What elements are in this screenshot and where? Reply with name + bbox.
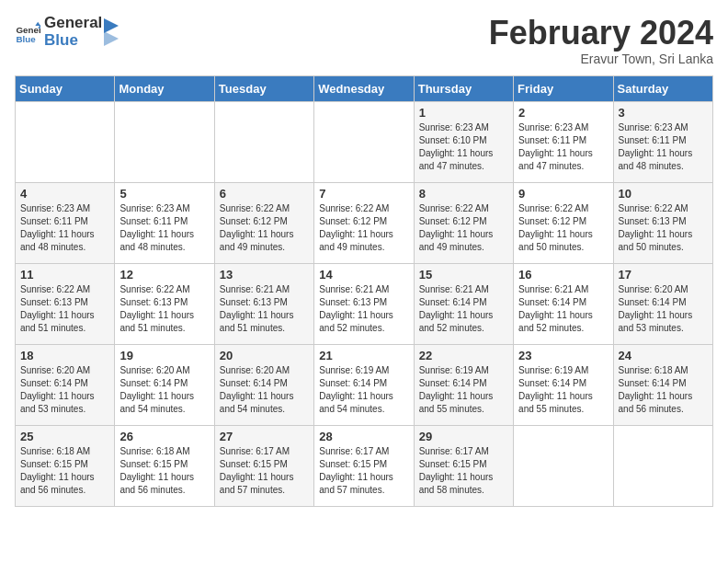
calendar-cell: 17Sunrise: 6:20 AM Sunset: 6:14 PM Dayli…	[613, 263, 712, 344]
day-info: Sunrise: 6:21 AM Sunset: 6:14 PM Dayligh…	[518, 283, 608, 335]
day-number: 22	[419, 349, 508, 362]
day-info: Sunrise: 6:22 AM Sunset: 6:13 PM Dayligh…	[619, 202, 708, 254]
header-day-monday: Monday	[115, 75, 214, 101]
header-day-thursday: Thursday	[414, 75, 513, 101]
day-number: 1	[419, 106, 508, 120]
day-info: Sunrise: 6:21 AM Sunset: 6:13 PM Dayligh…	[220, 283, 309, 335]
header-day-friday: Friday	[514, 75, 613, 101]
logo-general: General	[44, 15, 102, 32]
day-info: Sunrise: 6:21 AM Sunset: 6:14 PM Dayligh…	[419, 283, 508, 335]
calendar-cell: 2Sunrise: 6:23 AM Sunset: 6:11 PM Daylig…	[514, 101, 613, 182]
day-number: 14	[319, 268, 408, 282]
day-number: 28	[319, 430, 408, 443]
calendar-cell: 14Sunrise: 6:21 AM Sunset: 6:13 PM Dayli…	[314, 263, 414, 344]
day-info: Sunrise: 6:20 AM Sunset: 6:14 PM Dayligh…	[119, 364, 209, 416]
calendar-week-row: 18Sunrise: 6:20 AM Sunset: 6:14 PM Dayli…	[16, 344, 713, 425]
day-number: 5	[119, 187, 209, 201]
header-day-saturday: Saturday	[613, 75, 712, 101]
day-number: 23	[518, 349, 608, 362]
calendar-cell: 20Sunrise: 6:20 AM Sunset: 6:14 PM Dayli…	[214, 344, 313, 425]
svg-marker-2	[35, 21, 40, 25]
day-number: 18	[20, 349, 109, 362]
day-info: Sunrise: 6:23 AM Sunset: 6:11 PM Dayligh…	[119, 202, 209, 254]
calendar-cell: 3Sunrise: 6:23 AM Sunset: 6:11 PM Daylig…	[613, 101, 712, 182]
calendar-cell: 27Sunrise: 6:17 AM Sunset: 6:15 PM Dayli…	[214, 425, 313, 506]
svg-text:Blue: Blue	[16, 34, 36, 44]
day-number: 9	[518, 187, 608, 201]
day-number: 3	[619, 106, 708, 120]
calendar-cell: 22Sunrise: 6:19 AM Sunset: 6:14 PM Dayli…	[414, 344, 513, 425]
day-info: Sunrise: 6:22 AM Sunset: 6:12 PM Dayligh…	[319, 202, 408, 254]
calendar-cell	[314, 101, 414, 182]
day-number: 6	[220, 187, 309, 201]
day-info: Sunrise: 6:23 AM Sunset: 6:10 PM Dayligh…	[419, 121, 508, 173]
calendar-week-row: 1Sunrise: 6:23 AM Sunset: 6:10 PM Daylig…	[16, 101, 713, 182]
svg-marker-4	[104, 18, 119, 33]
calendar-cell: 24Sunrise: 6:18 AM Sunset: 6:14 PM Dayli…	[613, 344, 712, 425]
day-number: 11	[20, 268, 109, 282]
calendar-cell: 23Sunrise: 6:19 AM Sunset: 6:14 PM Dayli…	[514, 344, 613, 425]
calendar-cell: 5Sunrise: 6:23 AM Sunset: 6:11 PM Daylig…	[115, 182, 214, 263]
logo: General Blue General Blue	[15, 15, 120, 49]
calendar-cell: 12Sunrise: 6:22 AM Sunset: 6:13 PM Dayli…	[115, 263, 214, 344]
day-number: 12	[119, 268, 209, 282]
day-info: Sunrise: 6:20 AM Sunset: 6:14 PM Dayligh…	[20, 364, 109, 416]
day-number: 17	[619, 268, 708, 282]
calendar-week-row: 25Sunrise: 6:18 AM Sunset: 6:15 PM Dayli…	[16, 425, 713, 506]
day-info: Sunrise: 6:20 AM Sunset: 6:14 PM Dayligh…	[220, 364, 309, 416]
day-info: Sunrise: 6:22 AM Sunset: 6:13 PM Dayligh…	[20, 283, 109, 335]
day-number: 13	[220, 268, 309, 282]
day-number: 26	[119, 430, 209, 443]
day-number: 4	[20, 187, 109, 201]
calendar-cell	[16, 101, 115, 182]
day-info: Sunrise: 6:19 AM Sunset: 6:14 PM Dayligh…	[419, 364, 508, 416]
calendar-cell	[613, 425, 712, 506]
day-info: Sunrise: 6:23 AM Sunset: 6:11 PM Dayligh…	[518, 121, 608, 173]
day-number: 10	[619, 187, 708, 201]
calendar-cell: 8Sunrise: 6:22 AM Sunset: 6:12 PM Daylig…	[414, 182, 513, 263]
logo-blue: Blue	[44, 32, 102, 50]
calendar-cell: 25Sunrise: 6:18 AM Sunset: 6:15 PM Dayli…	[16, 425, 115, 506]
header-day-wednesday: Wednesday	[314, 75, 414, 101]
calendar-cell: 19Sunrise: 6:20 AM Sunset: 6:14 PM Dayli…	[115, 344, 214, 425]
day-number: 19	[119, 349, 209, 362]
day-info: Sunrise: 6:18 AM Sunset: 6:15 PM Dayligh…	[119, 445, 209, 497]
calendar-cell: 15Sunrise: 6:21 AM Sunset: 6:14 PM Dayli…	[414, 263, 513, 344]
day-number: 20	[220, 349, 309, 362]
calendar-subtitle: Eravur Town, Sri Lanka	[489, 52, 713, 66]
day-number: 21	[319, 349, 408, 362]
title-area: February 2024 Eravur Town, Sri Lanka	[489, 15, 713, 66]
day-info: Sunrise: 6:17 AM Sunset: 6:15 PM Dayligh…	[319, 445, 408, 497]
day-info: Sunrise: 6:18 AM Sunset: 6:15 PM Dayligh…	[20, 445, 109, 497]
day-number: 8	[419, 187, 508, 201]
day-number: 2	[518, 106, 608, 120]
calendar-cell: 26Sunrise: 6:18 AM Sunset: 6:15 PM Dayli…	[115, 425, 214, 506]
day-info: Sunrise: 6:22 AM Sunset: 6:12 PM Dayligh…	[518, 202, 608, 254]
day-info: Sunrise: 6:22 AM Sunset: 6:12 PM Dayligh…	[419, 202, 508, 254]
day-info: Sunrise: 6:22 AM Sunset: 6:13 PM Dayligh…	[119, 283, 209, 335]
calendar-cell	[214, 101, 313, 182]
calendar-cell: 6Sunrise: 6:22 AM Sunset: 6:12 PM Daylig…	[214, 182, 313, 263]
day-info: Sunrise: 6:19 AM Sunset: 6:14 PM Dayligh…	[319, 364, 408, 416]
day-number: 29	[419, 430, 508, 443]
header-day-tuesday: Tuesday	[214, 75, 313, 101]
calendar-table: SundayMondayTuesdayWednesdayThursdayFrid…	[15, 75, 713, 507]
day-info: Sunrise: 6:18 AM Sunset: 6:14 PM Dayligh…	[619, 364, 708, 416]
day-info: Sunrise: 6:21 AM Sunset: 6:13 PM Dayligh…	[319, 283, 408, 335]
day-info: Sunrise: 6:22 AM Sunset: 6:12 PM Dayligh…	[220, 202, 309, 254]
logo-icon: General Blue	[15, 19, 40, 45]
day-info: Sunrise: 6:17 AM Sunset: 6:15 PM Dayligh…	[419, 445, 508, 497]
day-number: 25	[20, 430, 109, 443]
calendar-week-row: 11Sunrise: 6:22 AM Sunset: 6:13 PM Dayli…	[16, 263, 713, 344]
calendar-cell: 16Sunrise: 6:21 AM Sunset: 6:14 PM Dayli…	[514, 263, 613, 344]
calendar-cell: 7Sunrise: 6:22 AM Sunset: 6:12 PM Daylig…	[314, 182, 414, 263]
day-info: Sunrise: 6:23 AM Sunset: 6:11 PM Dayligh…	[619, 121, 708, 173]
day-number: 16	[518, 268, 608, 282]
day-number: 27	[220, 430, 309, 443]
calendar-cell: 21Sunrise: 6:19 AM Sunset: 6:14 PM Dayli…	[314, 344, 414, 425]
day-number: 15	[419, 268, 508, 282]
calendar-week-row: 4Sunrise: 6:23 AM Sunset: 6:11 PM Daylig…	[16, 182, 713, 263]
header-day-sunday: Sunday	[16, 75, 115, 101]
calendar-cell: 4Sunrise: 6:23 AM Sunset: 6:11 PM Daylig…	[16, 182, 115, 263]
day-info: Sunrise: 6:17 AM Sunset: 6:15 PM Dayligh…	[220, 445, 309, 497]
